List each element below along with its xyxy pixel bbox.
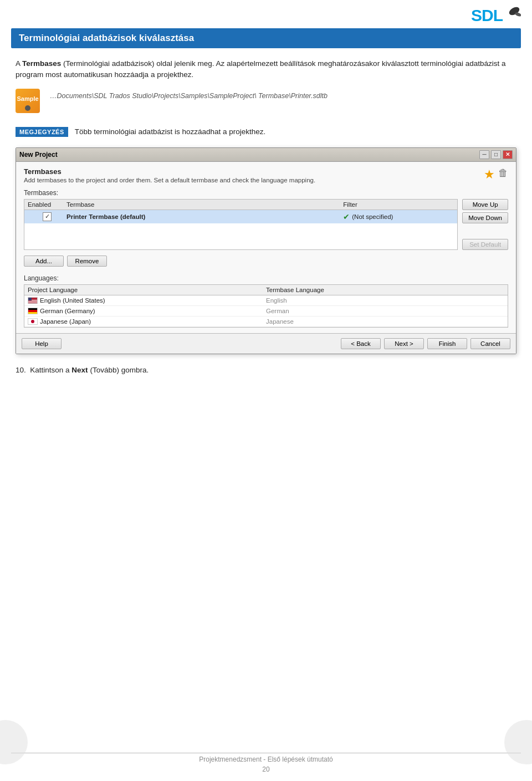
col-enabled-header: Enabled <box>28 201 66 208</box>
add-remove-row: Add... Remove <box>24 256 508 267</box>
dialog-title: New Project <box>19 151 58 159</box>
header: SDL <box>0 0 532 28</box>
footer-left: Help <box>22 338 62 349</box>
dialog-icons-row: ★ 🗑 <box>484 167 508 182</box>
project-lang-en: English (United States) <box>40 297 105 304</box>
languages-table: Project Language Termbase Language Engli… <box>24 284 508 328</box>
intro-bold: Termbases <box>22 59 61 68</box>
flag-us-icon <box>28 297 38 304</box>
help-button[interactable]: Help <box>22 338 62 349</box>
step-bold: Next <box>71 366 88 374</box>
dialog-section-header: Termbases Add termbases to the project a… <box>24 167 315 189</box>
dialog-section-desc: Add termbases to the project and order t… <box>24 177 315 183</box>
dialog-footer: Help < Back Next > Finish Cancel <box>16 333 516 354</box>
col-filter-header: Filter <box>343 201 454 208</box>
star-icon: ★ <box>484 167 495 182</box>
move-down-button[interactable]: Move Down <box>462 212 508 223</box>
next-button[interactable]: Next > <box>384 338 424 349</box>
intro-paragraph: A Termbases (Terminológiai adatbázisok) … <box>16 58 516 81</box>
step-10-text: 10. Kattintson a Next (Tovább) gombra. <box>16 364 516 376</box>
project-lang-de: German (Germany) <box>40 308 95 314</box>
termbases-table-header: Enabled Termbase Filter <box>24 200 457 210</box>
set-default-button[interactable]: Set Default <box>462 239 508 250</box>
step-text-before: Kattintson a <box>30 366 69 374</box>
termbase-lang-jp: Japanese <box>266 318 504 325</box>
termbases-table-wrapper: Enabled Termbase Filter Printer Termbase… <box>24 199 508 250</box>
sample-icon: Sample <box>16 89 42 118</box>
sample-row: Sample …Documents\SDL Trados Studio\Proj… <box>16 89 516 118</box>
svg-text:SDL: SDL <box>471 6 503 24</box>
remove-button[interactable]: Remove <box>67 256 107 267</box>
languages-label: Languages: <box>24 274 508 282</box>
termbase-lang-de: German <box>266 308 504 314</box>
sample-icon-image: Sample <box>16 89 40 113</box>
flag-de-icon <box>28 308 38 314</box>
restore-button[interactable]: □ <box>491 150 501 159</box>
lang-name-de: German (Germany) <box>28 308 266 314</box>
dialog-section-title: Termbases <box>24 167 315 176</box>
note-box: MEGJEGYZÉS Több terminológiai adatbázist… <box>16 126 516 137</box>
step-text-after: (Tovább) gombra. <box>90 366 149 374</box>
dialog-body: Termbases Add termbases to the project a… <box>16 162 516 333</box>
trash-icon: 🗑 <box>498 167 508 182</box>
page-title: Terminológiai adatbázisok kiválasztása <box>19 33 513 44</box>
add-button[interactable]: Add... <box>24 256 64 267</box>
sdl-logo: SDL <box>471 6 521 25</box>
footer-label: Projektmenedzsment - Első lépések útmuta… <box>199 756 332 763</box>
footer-right: < Back Next > Finish Cancel <box>341 338 510 349</box>
note-label: MEGJEGYZÉS <box>16 127 68 137</box>
project-lang-col-header: Project Language <box>28 287 266 293</box>
lang-name-en: English (United States) <box>28 297 266 304</box>
filter-check-icon: ✔ <box>343 212 350 221</box>
minimize-button[interactable]: ─ <box>479 150 489 159</box>
footer-divider <box>11 753 521 753</box>
finish-button[interactable]: Finish <box>427 338 467 349</box>
move-up-button[interactable]: Move Up <box>462 199 508 210</box>
page-footer: Projektmenedzsment - Első lépések útmuta… <box>0 753 532 773</box>
close-button[interactable]: ✕ <box>503 150 513 159</box>
intro-text: (Terminológiai adatbázisok) oldal jeleni… <box>16 59 506 79</box>
enabled-cell <box>28 212 66 221</box>
table-row[interactable]: Printer Termbase (default) ✔ (Not specif… <box>24 210 457 223</box>
list-item: Japanese (Japan) Japanese <box>24 317 508 327</box>
dialog-titlebar: New Project ─ □ ✕ <box>16 148 516 162</box>
cancel-button[interactable]: Cancel <box>470 338 510 349</box>
dialog-controls[interactable]: ─ □ ✕ <box>479 150 513 159</box>
note-text: Több terminológiai adatbázist is hozzáad… <box>75 126 265 137</box>
list-item: English (United States) English <box>24 295 508 306</box>
project-lang-jp: Japanese (Japan) <box>40 318 91 325</box>
page-title-bar: Terminológiai adatbázisok kiválasztása <box>11 28 521 48</box>
main-content: A Termbases (Terminológiai adatbázisok) … <box>0 48 532 386</box>
termbases-side-buttons: Move Up Move Down Set Default <box>462 199 508 250</box>
col-name-header: Termbase <box>66 201 343 208</box>
enabled-checkbox[interactable] <box>43 212 52 221</box>
filter-cell: ✔ (Not specified) <box>343 212 454 221</box>
flag-jp-icon <box>28 318 38 325</box>
sample-path: …Documents\SDL Trados Studio\Projects\Sa… <box>50 89 328 101</box>
termbase-lang-col-header: Termbase Language <box>266 287 504 293</box>
termbase-name-cell: Printer Termbase (default) <box>66 213 343 220</box>
termbases-label: Termbases: <box>24 189 508 197</box>
back-button[interactable]: < Back <box>341 338 381 349</box>
dialog-window: New Project ─ □ ✕ Termbases Add termbase… <box>16 147 516 354</box>
list-item: German (Germany) German <box>24 306 508 317</box>
footer-page-number: 20 <box>262 765 269 773</box>
termbase-lang-en: English <box>266 297 504 304</box>
lang-name-jp: Japanese (Japan) <box>28 318 266 325</box>
step-number: 10. <box>16 366 26 374</box>
filter-value: (Not specified) <box>352 213 393 220</box>
languages-table-header: Project Language Termbase Language <box>24 285 508 295</box>
termbases-table: Enabled Termbase Filter Printer Termbase… <box>24 199 458 250</box>
